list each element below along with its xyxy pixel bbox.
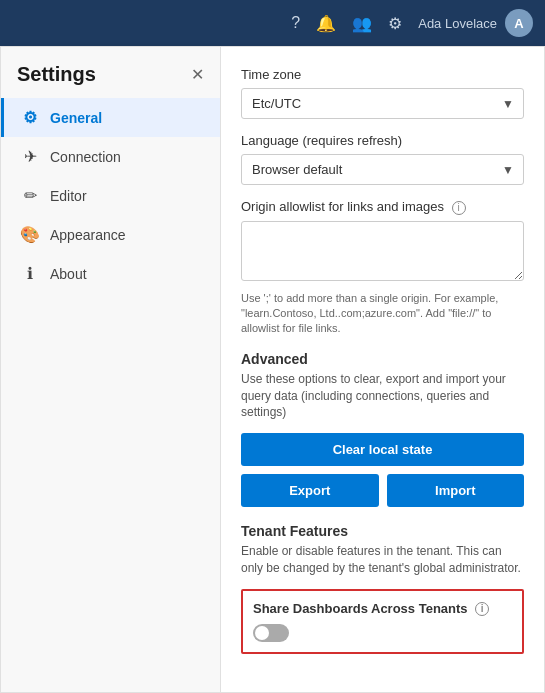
share-icon[interactable]: 👥 [352,14,372,33]
tenant-features-box: Share Dashboards Across Tenants i [241,589,524,655]
language-select[interactable]: Browser default English French German Sp… [241,154,524,185]
share-dashboards-toggle[interactable] [253,624,289,642]
sidebar-item-about[interactable]: ℹ About [1,254,220,293]
sidebar-label-connection: Connection [50,149,121,165]
about-icon: ℹ [20,264,40,283]
timezone-select-wrapper: Etc/UTC America/New_York America/Chicago… [241,88,524,119]
tenant-desc: Enable or disable features in the tenant… [241,543,524,577]
sidebar-label-general: General [50,110,102,126]
tenant-heading: Tenant Features [241,523,524,539]
language-label: Language (requires refresh) [241,133,524,148]
notification-icon[interactable]: 🔔 [316,14,336,33]
tenant-feature-label: Share Dashboards Across Tenants i [253,601,512,617]
sidebar-item-appearance[interactable]: 🎨 Appearance [1,215,220,254]
username-label: Ada Lovelace [418,16,497,31]
sidebar-item-editor[interactable]: ✏ Editor [1,176,220,215]
gear-icon[interactable]: ⚙ [388,14,402,33]
sidebar-label-editor: Editor [50,188,87,204]
sidebar-label-about: About [50,266,87,282]
settings-title-row: Settings ✕ [1,47,220,94]
connection-icon: ✈ [20,147,40,166]
allowlist-label: Origin allowlist for links and images i [241,199,524,215]
top-nav: ? 🔔 👥 ⚙ Ada Lovelace A [0,0,545,46]
tenant-toggle-wrapper [253,624,512,642]
avatar: A [505,9,533,37]
close-button[interactable]: ✕ [191,67,204,83]
advanced-desc: Use these options to clear, export and i… [241,371,524,421]
editor-icon: ✏ [20,186,40,205]
help-icon[interactable]: ? [291,14,300,32]
sidebar-item-connection[interactable]: ✈ Connection [1,137,220,176]
sidebar: Settings ✕ ⚙ General ✈ Connection ✏ Edit… [1,47,221,692]
user-menu[interactable]: Ada Lovelace A [418,9,533,37]
sidebar-nav: ⚙ General ✈ Connection ✏ Editor 🎨 Appear… [1,98,220,293]
tenant-info-icon[interactable]: i [475,602,489,616]
export-import-row: Export Import [241,474,524,507]
appearance-icon: 🎨 [20,225,40,244]
advanced-heading: Advanced [241,351,524,367]
timezone-label: Time zone [241,67,524,82]
import-button[interactable]: Import [387,474,525,507]
language-select-wrapper: Browser default English French German Sp… [241,154,524,185]
sidebar-label-appearance: Appearance [50,227,126,243]
allowlist-textarea[interactable] [241,221,524,281]
settings-panel: Settings ✕ ⚙ General ✈ Connection ✏ Edit… [0,46,545,693]
clear-local-state-button[interactable]: Clear local state [241,433,524,466]
toggle-slider [253,624,289,642]
allowlist-info-icon[interactable]: i [452,201,466,215]
export-button[interactable]: Export [241,474,379,507]
general-icon: ⚙ [20,108,40,127]
timezone-select[interactable]: Etc/UTC America/New_York America/Chicago… [241,88,524,119]
main-content: Time zone Etc/UTC America/New_York Ameri… [221,47,544,692]
sidebar-item-general[interactable]: ⚙ General [1,98,220,137]
settings-title: Settings [17,63,96,86]
allowlist-help-text: Use ';' to add more than a single origin… [241,291,524,337]
